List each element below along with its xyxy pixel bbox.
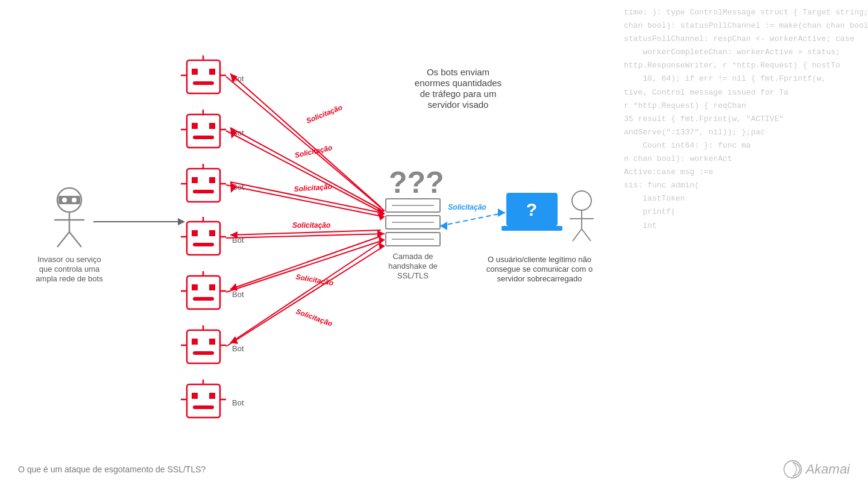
svg-rect-1 [58, 196, 80, 204]
code-line-5: http.ResponseWriter, r *http.Request) { … [624, 59, 859, 72]
code-line-14: sis: func admin( [624, 179, 859, 192]
svg-line-7 [69, 232, 81, 247]
svg-text:servidor sobrecarregado: servidor sobrecarregado [497, 274, 582, 283]
akamai-logo-text: Akamai [806, 461, 850, 477]
svg-rect-29 [192, 177, 198, 183]
bot-5 [181, 271, 226, 309]
svg-point-113 [572, 191, 591, 210]
code-line-16: printf( [624, 205, 859, 219]
svg-text:Bot: Bot [232, 236, 244, 245]
svg-line-6 [57, 232, 69, 247]
svg-rect-44 [187, 276, 220, 309]
svg-text:Bot: Bot [232, 290, 244, 299]
svg-rect-45 [192, 284, 198, 290]
svg-text:?: ? [526, 199, 537, 219]
svg-text:de tráfego para um: de tráfego para um [420, 89, 497, 99]
svg-rect-30 [209, 177, 215, 183]
code-line-11: Count int64: }: func ma [624, 139, 859, 152]
bot-6 [181, 325, 226, 363]
client-laptop: ? [502, 193, 562, 231]
code-line-10: andServe(":1337", nil)); };pac [624, 126, 859, 139]
bot-3 [181, 164, 226, 202]
svg-line-97 [226, 240, 385, 292]
svg-text:SSL/TLS: SSL/TLS [397, 271, 429, 280]
code-line-9: 35 result { fmt.Fprint(w, "ACTIVE" [624, 113, 859, 126]
svg-rect-53 [192, 339, 198, 345]
svg-rect-112 [502, 226, 562, 231]
bot-7 [181, 380, 226, 418]
attacker-label: Invasor ou serviço [37, 255, 101, 264]
svg-rect-13 [192, 69, 198, 75]
svg-text:Solicitação: Solicitação [295, 272, 334, 287]
svg-text:Solicitação: Solicitação [292, 221, 330, 230]
diagram-svg: Invasor ou serviço que controla uma ampl… [0, 12, 615, 470]
svg-rect-63 [193, 405, 214, 409]
svg-text:Bot: Bot [232, 344, 244, 353]
svg-rect-31 [193, 190, 214, 193]
svg-text:Solicitação: Solicitação [305, 103, 344, 125]
svg-text:enormes quantidades: enormes quantidades [415, 78, 502, 88]
client-label: O usuário/cliente legítimo não [488, 255, 591, 264]
svg-text:Solicitação: Solicitação [294, 183, 332, 193]
svg-line-117 [582, 229, 591, 241]
server-icon [386, 199, 440, 246]
code-line-4: workerCompleteChan: workerActive = statu… [624, 46, 859, 59]
code-line-7: tive, Control message issued for Ta [624, 86, 859, 99]
svg-rect-22 [209, 123, 215, 129]
code-line-1: time: ): type ControlMessage struct { Ta… [624, 6, 859, 19]
bot-2 [181, 110, 226, 148]
code-line-3: statusPollChannel: respChan <- workerAct… [624, 33, 859, 46]
code-line-15: lastToken [624, 192, 859, 205]
question-marks: ??? [389, 166, 444, 199]
svg-marker-119 [440, 222, 447, 230]
svg-line-104 [230, 242, 381, 343]
svg-rect-23 [193, 136, 214, 139]
svg-rect-39 [193, 243, 214, 246]
akamai-logo-icon [783, 460, 802, 479]
svg-text:handshake de: handshake de [388, 261, 438, 271]
svg-line-118 [440, 213, 505, 226]
code-line-12: n chan bool): workerAct [624, 152, 859, 166]
svg-rect-47 [193, 297, 214, 301]
svg-text:ampla rede de bots: ampla rede de bots [36, 274, 103, 283]
code-line-17: int [624, 219, 859, 233]
svg-rect-20 [187, 114, 220, 148]
svg-text:Solicitação: Solicitação [295, 307, 333, 328]
svg-rect-61 [192, 393, 198, 399]
code-line-2: chan bool): statusPollChannel := make(ch… [624, 19, 859, 33]
svg-text:que controla uma: que controla uma [39, 264, 100, 274]
info-text: Os bots enviam [427, 67, 489, 77]
code-background: time: ): type ControlMessage struct { Ta… [615, 0, 868, 488]
svg-marker-11 [178, 218, 185, 225]
svg-rect-15 [193, 81, 214, 85]
bottom-text: O que é um ataque de esgotamento de SSL/… [18, 464, 206, 475]
svg-rect-46 [209, 284, 215, 290]
bot-4 [181, 217, 226, 255]
svg-text:Bot: Bot [232, 398, 244, 407]
svg-rect-52 [187, 330, 220, 363]
svg-text:servidor visado: servidor visado [428, 99, 489, 110]
svg-rect-62 [209, 393, 215, 399]
svg-line-102 [226, 246, 385, 346]
svg-line-116 [573, 229, 582, 241]
akamai-logo: Akamai [783, 460, 850, 479]
svg-text:Camada de: Camada de [392, 252, 433, 261]
code-line-13: Active:case msg :=e [624, 166, 859, 179]
svg-rect-28 [187, 169, 220, 202]
svg-rect-38 [209, 230, 215, 236]
bot-1 [181, 55, 226, 93]
svg-text:consegue se comunicar com o: consegue se comunicar com o [486, 264, 593, 274]
svg-text:Solicitação: Solicitação [294, 143, 333, 160]
svg-rect-14 [209, 69, 215, 75]
svg-rect-12 [187, 60, 220, 93]
svg-rect-36 [187, 222, 220, 255]
code-line-8: r *http.Request) { reqChan [624, 99, 859, 113]
attacker-figure [54, 188, 84, 247]
svg-rect-54 [209, 339, 215, 345]
svg-rect-60 [187, 384, 220, 418]
svg-marker-120 [498, 208, 505, 217]
svg-rect-55 [193, 351, 214, 355]
svg-point-2 [62, 198, 67, 202]
client-request-label: Solicitação [448, 203, 486, 211]
svg-point-3 [72, 198, 77, 202]
